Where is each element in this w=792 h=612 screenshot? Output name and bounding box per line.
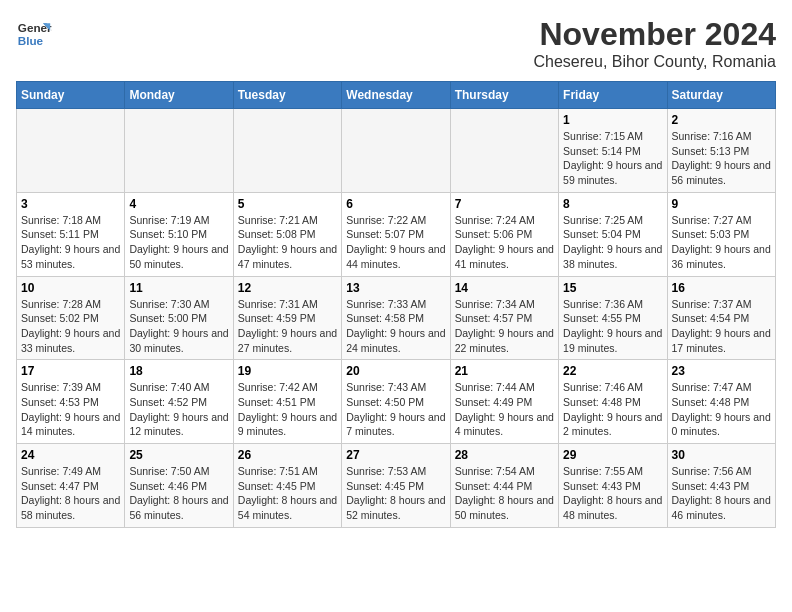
day-info: Sunrise: 7:30 AM Sunset: 5:00 PM Dayligh… [129,297,228,356]
calendar-weekday-header: Thursday [450,82,558,109]
day-info: Sunrise: 7:16 AM Sunset: 5:13 PM Dayligh… [672,129,771,188]
day-info: Sunrise: 7:39 AM Sunset: 4:53 PM Dayligh… [21,380,120,439]
day-number: 2 [672,113,771,127]
calendar-day-cell: 27Sunrise: 7:53 AM Sunset: 4:45 PM Dayli… [342,444,450,528]
calendar-week-row: 10Sunrise: 7:28 AM Sunset: 5:02 PM Dayli… [17,276,776,360]
calendar-day-cell: 15Sunrise: 7:36 AM Sunset: 4:55 PM Dayli… [559,276,667,360]
day-number: 23 [672,364,771,378]
day-info: Sunrise: 7:40 AM Sunset: 4:52 PM Dayligh… [129,380,228,439]
day-info: Sunrise: 7:28 AM Sunset: 5:02 PM Dayligh… [21,297,120,356]
day-info: Sunrise: 7:47 AM Sunset: 4:48 PM Dayligh… [672,380,771,439]
day-info: Sunrise: 7:15 AM Sunset: 5:14 PM Dayligh… [563,129,662,188]
calendar-day-cell: 29Sunrise: 7:55 AM Sunset: 4:43 PM Dayli… [559,444,667,528]
day-number: 26 [238,448,337,462]
svg-text:Blue: Blue [18,34,44,47]
calendar-week-row: 24Sunrise: 7:49 AM Sunset: 4:47 PM Dayli… [17,444,776,528]
day-number: 12 [238,281,337,295]
calendar-day-cell: 22Sunrise: 7:46 AM Sunset: 4:48 PM Dayli… [559,360,667,444]
day-number: 20 [346,364,445,378]
calendar-day-cell: 23Sunrise: 7:47 AM Sunset: 4:48 PM Dayli… [667,360,775,444]
day-number: 6 [346,197,445,211]
day-number: 1 [563,113,662,127]
day-number: 9 [672,197,771,211]
day-info: Sunrise: 7:27 AM Sunset: 5:03 PM Dayligh… [672,213,771,272]
calendar-day-cell [233,109,341,193]
calendar-weekday-header: Monday [125,82,233,109]
day-number: 25 [129,448,228,462]
day-info: Sunrise: 7:43 AM Sunset: 4:50 PM Dayligh… [346,380,445,439]
calendar-day-cell: 1Sunrise: 7:15 AM Sunset: 5:14 PM Daylig… [559,109,667,193]
calendar-day-cell: 3Sunrise: 7:18 AM Sunset: 5:11 PM Daylig… [17,192,125,276]
day-number: 14 [455,281,554,295]
day-number: 11 [129,281,228,295]
calendar-day-cell: 20Sunrise: 7:43 AM Sunset: 4:50 PM Dayli… [342,360,450,444]
day-number: 30 [672,448,771,462]
day-info: Sunrise: 7:50 AM Sunset: 4:46 PM Dayligh… [129,464,228,523]
day-number: 18 [129,364,228,378]
calendar-day-cell: 18Sunrise: 7:40 AM Sunset: 4:52 PM Dayli… [125,360,233,444]
calendar-week-row: 1Sunrise: 7:15 AM Sunset: 5:14 PM Daylig… [17,109,776,193]
calendar-day-cell: 17Sunrise: 7:39 AM Sunset: 4:53 PM Dayli… [17,360,125,444]
svg-text:General: General [18,21,52,34]
day-number: 4 [129,197,228,211]
calendar-weekday-header: Tuesday [233,82,341,109]
calendar-day-cell: 19Sunrise: 7:42 AM Sunset: 4:51 PM Dayli… [233,360,341,444]
calendar-weekday-header: Sunday [17,82,125,109]
day-number: 10 [21,281,120,295]
calendar-week-row: 17Sunrise: 7:39 AM Sunset: 4:53 PM Dayli… [17,360,776,444]
calendar-day-cell: 12Sunrise: 7:31 AM Sunset: 4:59 PM Dayli… [233,276,341,360]
day-info: Sunrise: 7:49 AM Sunset: 4:47 PM Dayligh… [21,464,120,523]
day-info: Sunrise: 7:19 AM Sunset: 5:10 PM Dayligh… [129,213,228,272]
day-info: Sunrise: 7:56 AM Sunset: 4:43 PM Dayligh… [672,464,771,523]
calendar-weekday-header: Saturday [667,82,775,109]
day-info: Sunrise: 7:25 AM Sunset: 5:04 PM Dayligh… [563,213,662,272]
calendar-day-cell [17,109,125,193]
day-number: 13 [346,281,445,295]
calendar-day-cell: 4Sunrise: 7:19 AM Sunset: 5:10 PM Daylig… [125,192,233,276]
day-number: 24 [21,448,120,462]
page-subtitle: Chesereu, Bihor County, Romania [534,53,777,71]
calendar-day-cell [450,109,558,193]
calendar-day-cell: 9Sunrise: 7:27 AM Sunset: 5:03 PM Daylig… [667,192,775,276]
title-area: November 2024 Chesereu, Bihor County, Ro… [534,16,777,71]
day-number: 28 [455,448,554,462]
day-info: Sunrise: 7:36 AM Sunset: 4:55 PM Dayligh… [563,297,662,356]
day-number: 8 [563,197,662,211]
calendar-day-cell: 8Sunrise: 7:25 AM Sunset: 5:04 PM Daylig… [559,192,667,276]
day-info: Sunrise: 7:31 AM Sunset: 4:59 PM Dayligh… [238,297,337,356]
day-number: 29 [563,448,662,462]
calendar-weekday-header: Wednesday [342,82,450,109]
calendar-header-row: SundayMondayTuesdayWednesdayThursdayFrid… [17,82,776,109]
calendar-day-cell: 11Sunrise: 7:30 AM Sunset: 5:00 PM Dayli… [125,276,233,360]
day-info: Sunrise: 7:24 AM Sunset: 5:06 PM Dayligh… [455,213,554,272]
day-info: Sunrise: 7:44 AM Sunset: 4:49 PM Dayligh… [455,380,554,439]
day-number: 22 [563,364,662,378]
calendar-table: SundayMondayTuesdayWednesdayThursdayFrid… [16,81,776,528]
calendar-day-cell: 7Sunrise: 7:24 AM Sunset: 5:06 PM Daylig… [450,192,558,276]
calendar-day-cell: 14Sunrise: 7:34 AM Sunset: 4:57 PM Dayli… [450,276,558,360]
calendar-day-cell: 21Sunrise: 7:44 AM Sunset: 4:49 PM Dayli… [450,360,558,444]
day-number: 21 [455,364,554,378]
calendar-day-cell: 6Sunrise: 7:22 AM Sunset: 5:07 PM Daylig… [342,192,450,276]
logo-icon: General Blue [16,16,52,52]
calendar-day-cell: 5Sunrise: 7:21 AM Sunset: 5:08 PM Daylig… [233,192,341,276]
day-info: Sunrise: 7:18 AM Sunset: 5:11 PM Dayligh… [21,213,120,272]
day-info: Sunrise: 7:54 AM Sunset: 4:44 PM Dayligh… [455,464,554,523]
day-info: Sunrise: 7:22 AM Sunset: 5:07 PM Dayligh… [346,213,445,272]
day-info: Sunrise: 7:51 AM Sunset: 4:45 PM Dayligh… [238,464,337,523]
day-number: 16 [672,281,771,295]
day-number: 7 [455,197,554,211]
calendar-day-cell: 26Sunrise: 7:51 AM Sunset: 4:45 PM Dayli… [233,444,341,528]
calendar-day-cell [342,109,450,193]
calendar-day-cell: 30Sunrise: 7:56 AM Sunset: 4:43 PM Dayli… [667,444,775,528]
day-info: Sunrise: 7:37 AM Sunset: 4:54 PM Dayligh… [672,297,771,356]
calendar-day-cell: 16Sunrise: 7:37 AM Sunset: 4:54 PM Dayli… [667,276,775,360]
day-info: Sunrise: 7:53 AM Sunset: 4:45 PM Dayligh… [346,464,445,523]
header: General Blue November 2024 Chesereu, Bih… [16,16,776,71]
calendar-day-cell: 24Sunrise: 7:49 AM Sunset: 4:47 PM Dayli… [17,444,125,528]
calendar-weekday-header: Friday [559,82,667,109]
calendar-day-cell: 28Sunrise: 7:54 AM Sunset: 4:44 PM Dayli… [450,444,558,528]
day-number: 19 [238,364,337,378]
day-number: 17 [21,364,120,378]
day-number: 27 [346,448,445,462]
